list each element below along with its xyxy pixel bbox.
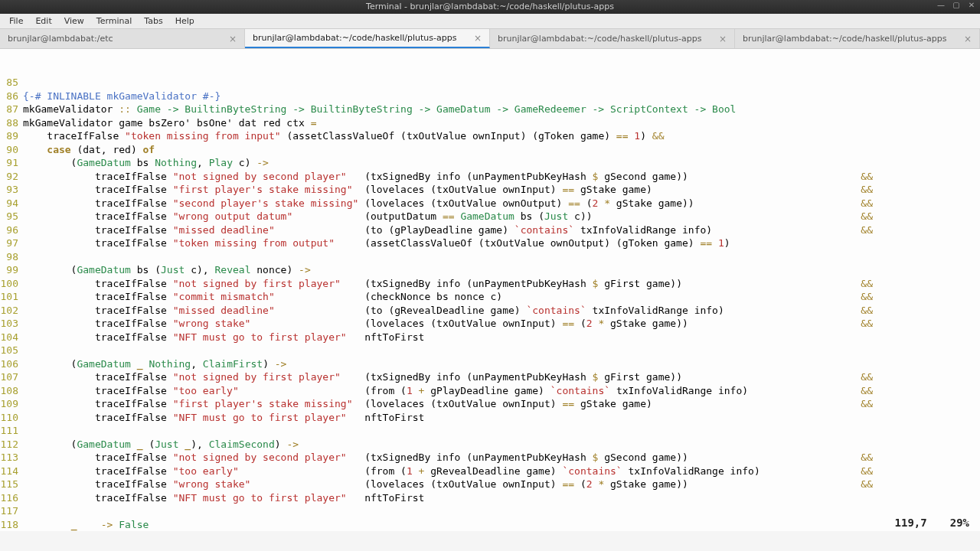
line-number: 85	[0, 76, 23, 90]
tab-close-icon[interactable]: ×	[229, 34, 237, 44]
code-line: 86{-# INLINABLE mkGameValidator #-}	[0, 90, 980, 103]
code-content: traceIfFalse "not signed by second playe…	[23, 170, 980, 184]
code-content	[23, 250, 980, 264]
code-line: 92 traceIfFalse "not signed by second pl…	[0, 170, 980, 184]
code-content: traceIfFalse "not signed by first player…	[23, 370, 980, 384]
code-content: traceIfFalse "NFT must go to first playe…	[23, 411, 980, 425]
code-line: 91 (GameDatum bs Nothing, Play c) ->	[0, 156, 980, 170]
menu-view[interactable]: View	[58, 15, 90, 28]
tab-close-icon[interactable]: ×	[719, 34, 727, 44]
code-line: 94 traceIfFalse "second player's stake m…	[0, 197, 980, 210]
editor-area[interactable]: 8586{-# INLINABLE mkGameValidator #-}87m…	[0, 49, 980, 531]
line-number: 87	[0, 103, 23, 116]
terminal-tab-3[interactable]: brunjlar@lambdabat:~/code/haskell/plutus…	[735, 29, 980, 48]
code-line: 90 case (dat, red) of	[0, 143, 980, 157]
menu-terminal[interactable]: Terminal	[90, 15, 139, 28]
line-number: 114	[0, 465, 23, 478]
line-number: 90	[0, 143, 23, 157]
code-content: traceIfFalse "NFT must go to first playe…	[23, 491, 980, 505]
titlebar: Terminal - brunjlar@lambdabat:~/code/has…	[0, 0, 980, 14]
code-content: traceIfFalse "wrong output datum" (outpu…	[23, 210, 980, 223]
code-content: traceIfFalse "not signed by second playe…	[23, 451, 980, 465]
code-content: traceIfFalse "first player's stake missi…	[23, 397, 980, 411]
line-number: 94	[0, 197, 23, 210]
menu-help[interactable]: Help	[169, 15, 201, 28]
code-content: traceIfFalse "commit mismatch" (checkNon…	[23, 290, 980, 304]
code-line: 108 traceIfFalse "too early" (from (1 + …	[0, 384, 980, 398]
tab-label: brunjlar@lambdabat:~/code/haskell/plutus…	[498, 34, 701, 44]
line-number: 108	[0, 384, 23, 398]
code-line: 99 (GameDatum bs (Just c), Reveal nonce)…	[0, 263, 980, 277]
close-icon[interactable]: ✕	[966, 0, 977, 11]
code-content: case (dat, red) of	[23, 143, 980, 157]
terminal-tab-0[interactable]: brunjlar@lambdabat:/etc×	[0, 29, 245, 48]
code-content: traceIfFalse "too early" (from (1 + gPla…	[23, 384, 980, 398]
code-content: traceIfFalse "too early" (from (1 + gRev…	[23, 465, 980, 478]
line-number: 112	[0, 438, 23, 452]
line-number: 111	[0, 424, 23, 438]
tab-label: brunjlar@lambdabat:/etc	[8, 34, 113, 44]
code-line: 103 traceIfFalse "wrong stake" (lovelace…	[0, 317, 980, 331]
line-number: 107	[0, 370, 23, 384]
line-number: 88	[0, 116, 23, 130]
code-line: 107 traceIfFalse "not signed by first pl…	[0, 370, 980, 384]
line-number: 116	[0, 491, 23, 505]
tab-close-icon[interactable]: ×	[964, 34, 972, 44]
code-line: 102 traceIfFalse "missed deadline" (to (…	[0, 304, 980, 318]
line-number: 109	[0, 397, 23, 411]
code-content: traceIfFalse "wrong stake" (lovelaces (t…	[23, 317, 980, 331]
code-line: 115 traceIfFalse "wrong stake" (lovelace…	[0, 478, 980, 491]
code-content: traceIfFalse "wrong stake" (lovelaces (t…	[23, 478, 980, 491]
code-line: 93 traceIfFalse "first player's stake mi…	[0, 183, 980, 197]
code-line: 109 traceIfFalse "first player's stake m…	[0, 397, 980, 411]
code-content	[23, 504, 980, 518]
maximize-icon[interactable]: ▢	[951, 0, 962, 11]
code-line: 95 traceIfFalse "wrong output datum" (ou…	[0, 210, 980, 223]
code-line: 105	[0, 344, 980, 357]
line-number: 106	[0, 357, 23, 371]
code-content: (GameDatum _ (Just _), ClaimSecond) ->	[23, 438, 980, 452]
code-line: 100 traceIfFalse "not signed by first pl…	[0, 277, 980, 291]
line-number: 118	[0, 518, 23, 532]
code-content: mkGameValidator :: Game -> BuiltinByteSt…	[23, 103, 980, 116]
menu-edit[interactable]: Edit	[29, 15, 57, 28]
code-line: 106 (GameDatum _ Nothing, ClaimFirst) ->	[0, 357, 980, 371]
line-number: 96	[0, 223, 23, 237]
line-number: 115	[0, 478, 23, 491]
code-content: traceIfFalse "missed deadline" (to (gPla…	[23, 223, 980, 237]
code-line: 116 traceIfFalse "NFT must go to first p…	[0, 491, 980, 505]
code-content: traceIfFalse "token missing from input" …	[23, 129, 980, 143]
terminal-tab-2[interactable]: brunjlar@lambdabat:~/code/haskell/plutus…	[490, 29, 735, 48]
tab-label: brunjlar@lambdabat:~/code/haskell/plutus…	[253, 33, 456, 43]
code-content: mkGameValidator game bsZero' bsOne' dat …	[23, 116, 980, 130]
line-number: 110	[0, 411, 23, 425]
minimize-icon[interactable]: —	[936, 0, 946, 11]
line-number: 102	[0, 304, 23, 318]
code-line: 98	[0, 250, 980, 264]
line-number: 91	[0, 156, 23, 170]
code-content	[23, 76, 980, 90]
code-content: {-# INLINABLE mkGameValidator #-}	[23, 90, 980, 103]
code-content: traceIfFalse "NFT must go to first playe…	[23, 331, 980, 344]
code-line: 111	[0, 424, 980, 438]
menu-file[interactable]: File	[3, 15, 29, 28]
code-content	[23, 344, 980, 357]
line-number: 99	[0, 263, 23, 277]
tab-close-icon[interactable]: ×	[474, 33, 482, 44]
window-title: Terminal - brunjlar@lambdabat:~/code/has…	[366, 2, 614, 11]
code-content: _ -> False	[23, 518, 980, 532]
code-content: (GameDatum bs (Just c), Reveal nonce) ->	[23, 263, 980, 277]
line-number: 89	[0, 129, 23, 143]
menubar: FileEditViewTerminalTabsHelp	[0, 14, 980, 29]
terminal-tab-1[interactable]: brunjlar@lambdabat:~/code/haskell/plutus…	[245, 29, 490, 48]
code-line: 87mkGameValidator :: Game -> BuiltinByte…	[0, 103, 980, 116]
cursor-position: 119,7	[895, 517, 927, 530]
menu-tabs[interactable]: Tabs	[138, 15, 168, 28]
line-number: 100	[0, 277, 23, 291]
scroll-percent: 29%	[950, 517, 969, 530]
status-bar: 119,7 29%	[884, 515, 980, 532]
code-content: traceIfFalse "missed deadline" (to (gRev…	[23, 304, 980, 318]
code-content: traceIfFalse "second player's stake miss…	[23, 197, 980, 210]
code-line: 101 traceIfFalse "commit mismatch" (chec…	[0, 290, 980, 304]
line-number: 103	[0, 317, 23, 331]
